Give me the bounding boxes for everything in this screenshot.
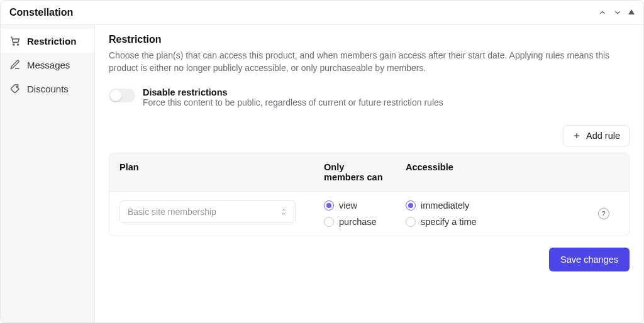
chevron-up-icon[interactable] (598, 8, 607, 17)
sidebar-item-discounts[interactable]: Discounts (1, 77, 94, 101)
radio-label: view (339, 200, 357, 211)
footer: Save changes (109, 236, 630, 271)
radio-icon (406, 217, 416, 227)
td-plan: Basic site membership (109, 192, 314, 236)
tag-icon (9, 83, 21, 94)
section-description: Choose the plan(s) that can access this … (109, 49, 630, 75)
toggle-subtitle: Force this content to be public, regardl… (143, 97, 443, 107)
th-access: Accessible (396, 153, 578, 191)
th-members: Only members can (314, 153, 396, 191)
titlebar-controls (598, 8, 635, 17)
add-rule-label: Add rule (586, 131, 620, 141)
sidebar-item-label: Messages (27, 60, 70, 70)
plus-icon (572, 131, 581, 140)
help-glyph: ? (601, 210, 605, 217)
disable-restrictions-row: Disable restrictions Force this content … (109, 87, 630, 107)
add-rule-button[interactable]: Add rule (563, 125, 630, 146)
access-immediately-radio[interactable]: immediately (406, 200, 568, 211)
td-members: view purchase (314, 192, 396, 236)
td-access: immediately specify a time (396, 192, 578, 236)
save-button[interactable]: Save changes (549, 248, 630, 271)
toggle-title: Disable restrictions (143, 87, 443, 97)
access-specify-radio[interactable]: specify a time (406, 217, 568, 227)
sidebar: Restriction Messages Discounts (1, 25, 95, 322)
plan-select-value: Basic site membership (128, 207, 216, 217)
panel-title: Constellation (9, 7, 73, 18)
panel: Constellation Restriction (0, 0, 644, 323)
td-actions: ? (578, 192, 629, 236)
edit-icon (9, 59, 21, 70)
sidebar-item-messages[interactable]: Messages (1, 53, 94, 77)
panel-body: Restriction Messages Discounts Restricti… (1, 25, 643, 322)
sidebar-item-restriction[interactable]: Restriction (1, 29, 94, 53)
sidebar-item-label: Discounts (27, 84, 69, 94)
radio-icon (324, 217, 334, 227)
select-chevron-icon (280, 208, 287, 216)
members-purchase-radio[interactable]: purchase (324, 217, 386, 227)
svg-point-1 (13, 44, 14, 45)
add-rule-row: Add rule (109, 125, 630, 146)
members-view-radio[interactable]: view (324, 200, 386, 211)
main-content: Restriction Choose the plan(s) that can … (95, 25, 643, 322)
th-actions (578, 153, 629, 191)
svg-marker-0 (628, 9, 635, 14)
rules-table: Plan Only members can Accessible Basic s… (109, 153, 630, 236)
sidebar-item-label: Restriction (27, 36, 76, 47)
titlebar: Constellation (1, 1, 643, 25)
radio-label: purchase (339, 217, 377, 227)
radio-label: specify a time (421, 217, 477, 227)
chevron-down-icon[interactable] (613, 8, 622, 17)
svg-point-2 (17, 44, 18, 45)
radio-icon (324, 200, 334, 211)
radio-label: immediately (421, 200, 469, 211)
th-plan: Plan (109, 153, 314, 191)
collapse-icon[interactable] (628, 8, 635, 17)
table-header: Plan Only members can Accessible (109, 153, 629, 192)
radio-icon (406, 200, 416, 211)
table-row: Basic site membership view (109, 192, 629, 236)
cart-icon (9, 35, 21, 47)
section-heading: Restriction (109, 34, 630, 45)
disable-restrictions-toggle[interactable] (109, 89, 135, 102)
toggle-knob (110, 90, 121, 101)
toggle-labels: Disable restrictions Force this content … (143, 87, 443, 107)
svg-point-3 (16, 87, 18, 88)
help-icon[interactable]: ? (598, 208, 609, 219)
plan-select[interactable]: Basic site membership (119, 200, 296, 223)
